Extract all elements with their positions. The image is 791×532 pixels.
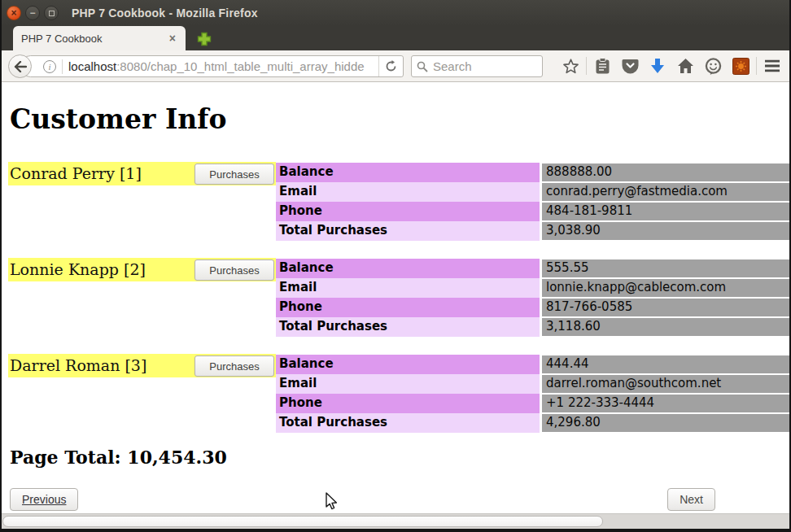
window-minimize-icon[interactable]: − xyxy=(25,6,40,20)
total-purchases-value: 4,296.80 xyxy=(542,414,789,432)
table-row: Total Purchases 3,118.60 xyxy=(276,317,789,337)
home-icon xyxy=(677,58,694,74)
horizontal-scrollbar[interactable] xyxy=(2,513,789,529)
window-title: PHP 7 Cookbook - Mozilla Firefox xyxy=(72,7,258,20)
reload-button[interactable] xyxy=(378,56,403,76)
star-icon xyxy=(562,58,579,75)
addon-sun-icon xyxy=(732,58,749,75)
next-button[interactable]: Next xyxy=(667,488,715,511)
row-label: Phone xyxy=(276,394,540,413)
reload-icon xyxy=(385,60,397,72)
customer-name-cell: Conrad Perry [1] Purchases xyxy=(8,162,276,185)
row-label: Total Purchases xyxy=(276,221,540,241)
browser-window: × − PHP 7 Cookbook - Mozilla Firefox PHP… xyxy=(0,0,791,532)
email-value: lonnie.knapp@cablecom.com xyxy=(542,279,789,297)
addon-button[interactable] xyxy=(727,58,754,75)
row-label: Total Purchases xyxy=(276,413,540,433)
toolbar-separator xyxy=(586,57,587,75)
customer-block-3: Darrel Roman [3] Purchases Balance 444.4… xyxy=(2,354,789,433)
customer-block-1: Conrad Perry [1] Purchases Balance 88888… xyxy=(2,162,789,241)
page-total: Page Total: 10,454.30 xyxy=(10,447,227,468)
navigation-toolbar: i localhost:8080/chap_10_html_table_mult… xyxy=(2,50,789,82)
site-info-icon[interactable]: i xyxy=(43,60,56,73)
reading-list-icon xyxy=(595,58,610,75)
search-input[interactable] xyxy=(433,59,522,73)
table-row: Phone 484-181-9811 xyxy=(276,202,789,221)
purchases-button[interactable]: Purchases xyxy=(194,164,274,185)
balance-value: 444.44 xyxy=(542,355,789,373)
purchases-button[interactable]: Purchases xyxy=(194,355,274,377)
email-value: conrad.perry@fastmedia.com xyxy=(542,183,789,201)
balance-value: 888888.00 xyxy=(542,164,789,181)
tab-title: PHP 7 Cookbook xyxy=(21,33,168,45)
customer-block-2: Lonnie Knapp [2] Purchases Balance 555.5… xyxy=(2,258,789,337)
table-row: Balance 555.55 xyxy=(276,259,789,278)
table-row: Email darrel.roman@southcom.net xyxy=(276,374,789,394)
page-title: Customer Info xyxy=(10,103,227,135)
window-controls: × − xyxy=(0,6,59,20)
toolbar-icons xyxy=(557,50,786,81)
total-purchases-value: 3,038.90 xyxy=(542,222,789,240)
back-button[interactable] xyxy=(8,55,32,78)
url-host: localhost xyxy=(68,59,116,73)
search-box[interactable] xyxy=(411,55,543,77)
customer-detail-table: Balance 555.55 Email lonnie.knapp@cablec… xyxy=(276,259,789,337)
balance-value: 555.55 xyxy=(542,259,789,277)
row-label: Balance xyxy=(276,355,540,374)
row-label: Balance xyxy=(276,163,540,182)
previous-label: Previous xyxy=(22,493,66,506)
row-label: Email xyxy=(276,374,540,394)
customer-detail-table: Balance 444.44 Email darrel.roman@southc… xyxy=(276,355,789,433)
url-bar[interactable]: i localhost:8080/chap_10_html_table_mult… xyxy=(20,55,404,77)
pocket-button[interactable] xyxy=(616,58,644,74)
mouse-cursor-icon xyxy=(324,492,339,512)
maximize-square-glyph xyxy=(49,11,55,16)
window-close-icon[interactable]: × xyxy=(7,6,21,20)
purchases-button[interactable]: Purchases xyxy=(194,259,274,281)
customer-name-cell: Darrel Roman [3] Purchases xyxy=(8,354,276,377)
url-path: :8080/chap_10_html_table_multi_array_hid… xyxy=(116,59,364,73)
scrollbar-thumb[interactable] xyxy=(2,516,603,527)
plus-icon xyxy=(196,31,212,47)
table-row: Email conrad.perry@fastmedia.com xyxy=(276,182,789,202)
customer-detail-table: Balance 888888.00 Email conrad.perry@fas… xyxy=(276,163,789,241)
window-maximize-icon[interactable] xyxy=(44,6,59,20)
bookmark-star-button[interactable] xyxy=(557,58,584,75)
previous-button[interactable]: Previous xyxy=(10,488,78,511)
phone-value: +1 222-333-4444 xyxy=(542,395,789,412)
row-label: Email xyxy=(276,182,540,202)
phone-value: 484-181-9811 xyxy=(542,203,789,220)
pocket-icon xyxy=(622,58,639,74)
url-text: localhost:8080/chap_10_html_table_multi_… xyxy=(68,59,378,73)
customer-name-cell: Lonnie Knapp [2] Purchases xyxy=(8,258,276,281)
table-row: Total Purchases 4,296.80 xyxy=(276,413,789,433)
new-tab-button[interactable] xyxy=(195,31,213,47)
phone-value: 817-766-0585 xyxy=(542,299,789,316)
next-label: Next xyxy=(680,493,703,506)
tab-close-icon[interactable]: × xyxy=(168,32,177,45)
home-button[interactable] xyxy=(671,58,699,74)
row-label: Total Purchases xyxy=(276,317,540,337)
row-label: Email xyxy=(276,278,540,298)
row-label: Phone xyxy=(276,202,540,221)
tab-php7-cookbook[interactable]: PHP 7 Cookbook × xyxy=(13,26,186,50)
table-row: Email lonnie.knapp@cablecom.com xyxy=(276,278,789,298)
total-purchases-value: 3,118.60 xyxy=(542,318,789,336)
reading-list-button[interactable] xyxy=(588,58,616,75)
row-label: Balance xyxy=(276,259,540,278)
menu-button[interactable] xyxy=(758,59,786,72)
download-arrow-icon xyxy=(650,58,665,75)
page-content: Customer Info Conrad Perry [1] Purchases… xyxy=(2,83,789,513)
table-row: Phone +1 222-333-4444 xyxy=(276,394,789,413)
back-arrow-icon xyxy=(14,61,27,72)
hamburger-icon xyxy=(764,59,780,72)
table-row: Balance 444.44 xyxy=(276,355,789,374)
downloads-button[interactable] xyxy=(644,58,671,75)
table-row: Phone 817-766-0585 xyxy=(276,298,789,317)
toolbar-separator xyxy=(756,57,757,75)
search-icon xyxy=(417,61,428,72)
url-separator xyxy=(62,59,63,74)
smiley-icon xyxy=(705,58,722,75)
chat-button[interactable] xyxy=(699,58,727,75)
window-titlebar: × − PHP 7 Cookbook - Mozilla Firefox xyxy=(0,0,791,26)
